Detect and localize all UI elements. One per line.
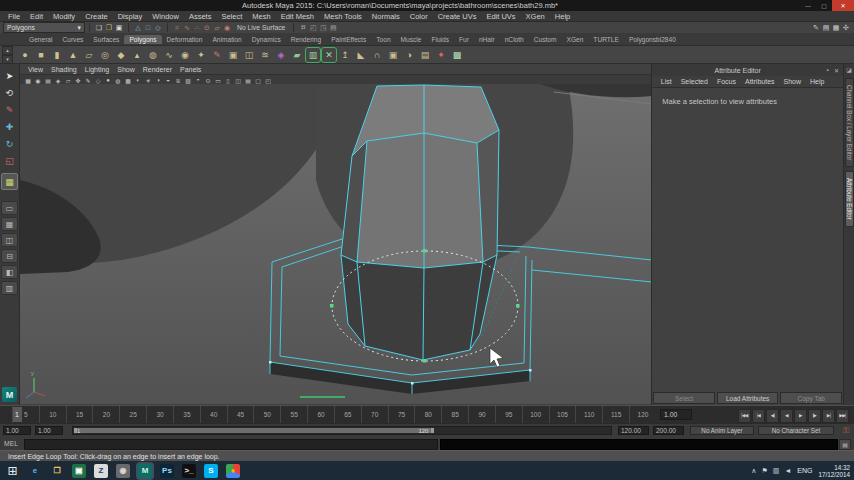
shelf-arrow-down-icon[interactable]: ▾ (2, 55, 13, 64)
lock-camera-icon[interactable]: ◉ (33, 76, 42, 84)
taskbar-photo-viewer-icon[interactable]: Z (94, 464, 108, 478)
menu-edit-uvs[interactable]: Edit UVs (481, 11, 520, 22)
panel-menu-renderer[interactable]: Renderer (139, 66, 176, 73)
shelf-tab-painteffects[interactable]: PaintEffects (326, 35, 371, 44)
range-fill[interactable]: 1 120 (74, 428, 434, 433)
tool-settings-toggle-icon[interactable]: ✎ (811, 23, 821, 33)
ae-menu-attributes[interactable]: Attributes (740, 78, 779, 85)
camera-attributes-icon[interactable]: ▤ (43, 76, 52, 84)
menu-mesh[interactable]: Mesh (247, 11, 275, 22)
select-component-icon[interactable]: ◇ (153, 23, 163, 33)
taskbar-chrome-icon[interactable]: ● (226, 464, 240, 478)
paint-select-tool-icon[interactable]: ✎ (2, 102, 17, 117)
viewport-canvas[interactable]: y (20, 84, 652, 404)
safe-title-icon[interactable]: ◰ (263, 76, 272, 84)
command-line-label[interactable]: MEL (0, 440, 26, 447)
move-tool-icon[interactable]: ✚ (2, 119, 17, 134)
shelf-tab-surfaces[interactable]: Surfaces (88, 35, 124, 44)
shelf-tab-general[interactable]: General (24, 35, 57, 44)
ae-menu-show[interactable]: Show (779, 78, 806, 85)
select-inputs-icon[interactable]: ◰ (308, 23, 318, 33)
menu-assets[interactable]: Assets (184, 11, 217, 22)
save-scene-icon[interactable]: ▣ (114, 23, 124, 33)
panel-menu-view[interactable]: View (24, 66, 47, 73)
taskbar-capture-app-icon[interactable]: ◉ (116, 464, 130, 478)
ae-menu-help[interactable]: Help (806, 78, 829, 85)
range-track[interactable]: 1 120 (72, 426, 612, 435)
tray-flag-icon[interactable]: ⚑ (761, 467, 767, 475)
bookmarks-icon[interactable]: ◈ (53, 76, 62, 84)
go-to-end-button[interactable]: ▶▶| (836, 409, 849, 423)
attribute-editor-toggle-icon[interactable]: ▤ (821, 23, 831, 33)
snap-to-curves-icon[interactable]: ∿ (182, 23, 192, 33)
shelf-tab-nhair[interactable]: nHair (474, 35, 500, 44)
bridge-icon[interactable]: ∩ (370, 48, 384, 62)
panel-menu-shading[interactable]: Shading (47, 66, 81, 73)
menu-file[interactable]: File (3, 11, 25, 22)
animation-end-field[interactable]: 200.00 (653, 426, 684, 435)
shelf-tab-xgen[interactable]: XGen (561, 35, 588, 44)
select-hierarchy-icon[interactable]: △ (133, 23, 143, 33)
gate-mask-icon[interactable]: ◫ (233, 76, 242, 84)
menu-mesh-tools[interactable]: Mesh Tools (319, 11, 367, 22)
lasso-select-tool-icon[interactable]: ⟲ (2, 85, 17, 100)
ae-close-icon[interactable]: ✕ (832, 66, 841, 75)
shelf-tab-fluids[interactable]: Fluids (426, 35, 454, 44)
taskbar-photoshop-icon[interactable]: Ps (160, 464, 174, 478)
snap-to-projected-center-icon[interactable]: ⊙ (202, 23, 212, 33)
snap-to-points-icon[interactable]: ∴ (192, 23, 202, 33)
close-button[interactable]: ✕ (832, 0, 854, 11)
poly-cone-icon[interactable]: ▲ (66, 48, 80, 62)
taskbar-file-explorer-icon[interactable]: ❒ (50, 464, 64, 478)
layout-four-pane-icon[interactable]: ▦ (1, 217, 18, 231)
layout-persp-outliner-icon[interactable]: ◫ (1, 233, 18, 247)
shelf-tab-dynamics[interactable]: Dynamics (247, 35, 286, 44)
smooth-shade-mode-icon[interactable]: ● (103, 76, 112, 84)
open-scene-icon[interactable]: ❒ (104, 23, 114, 33)
poly-cylinder-icon[interactable]: ▮ (50, 48, 64, 62)
combine-icon[interactable]: ▣ (226, 48, 240, 62)
tray-show-hidden-icon[interactable]: ∧ (751, 467, 756, 475)
motion-blur-icon[interactable]: ≋ (173, 76, 182, 84)
multisample-icon[interactable]: ▨ (183, 76, 192, 84)
panel-menu-show[interactable]: Show (113, 66, 139, 73)
shelf-tab-ncloth[interactable]: nCloth (500, 35, 529, 44)
time-ruler[interactable]: 5101520253035404550556065707580859095100… (12, 406, 656, 423)
poly-helix-icon[interactable]: ∿ (162, 48, 176, 62)
range-handle-right[interactable] (431, 428, 434, 433)
image-plane-icon[interactable]: ▱ (63, 76, 72, 84)
two-d-pan-zoom-icon[interactable]: ✥ (73, 76, 82, 84)
ae-button-load-attributes[interactable]: Load Attributes (717, 392, 779, 404)
mel-input-field[interactable] (24, 439, 438, 450)
grease-pencil-icon[interactable]: ✎ (83, 76, 92, 84)
shelf-arrow-up-icon[interactable]: ▴ (2, 46, 13, 55)
menu-select[interactable]: Select (216, 11, 247, 22)
menu-set-dropdown[interactable]: Polygons ▾ (3, 22, 85, 33)
isolate-select-icon[interactable]: ⊙ (203, 76, 212, 84)
menu-edit[interactable]: Edit (25, 11, 48, 22)
select-outputs-icon[interactable]: ◳ (318, 23, 328, 33)
poly-prism-icon[interactable]: ◆ (114, 48, 128, 62)
shelf-tab-custom[interactable]: Custom (529, 35, 562, 44)
poly-platonic-icon[interactable]: ✦ (194, 48, 208, 62)
ae-pin-icon[interactable]: ▪ (823, 66, 832, 75)
shelf-tab-rendering[interactable]: Rendering (286, 35, 326, 44)
snap-to-grids-icon[interactable]: ⌗ (172, 23, 182, 33)
tab-attribute-editor[interactable]: Attribute Editor (845, 171, 854, 227)
safe-action-icon[interactable]: ▢ (253, 76, 262, 84)
poly-sphere-icon[interactable]: ● (18, 48, 32, 62)
gamma-icon[interactable]: ◓ (193, 76, 202, 84)
ae-menu-focus[interactable]: Focus (712, 78, 740, 85)
textured-mode-icon[interactable]: ▩ (123, 76, 132, 84)
script-editor-button[interactable]: ▤ (839, 439, 851, 450)
menu-modify[interactable]: Modify (48, 11, 80, 22)
poly-torus-icon[interactable]: ◎ (98, 48, 112, 62)
poly-plane-icon[interactable]: ▱ (82, 48, 96, 62)
quad-draw-icon[interactable]: ▤ (418, 48, 432, 62)
animation-start-field[interactable]: 1.00 (3, 426, 31, 435)
select-object-icon[interactable]: □ (143, 23, 153, 33)
modeling-toolkit-toggle-icon[interactable]: ✣ (841, 23, 851, 33)
play-backwards-button[interactable]: ◀ (780, 409, 793, 423)
step-forward-key-button[interactable]: |▶ (808, 409, 821, 423)
select-camera-icon[interactable]: ▦ (23, 76, 32, 84)
